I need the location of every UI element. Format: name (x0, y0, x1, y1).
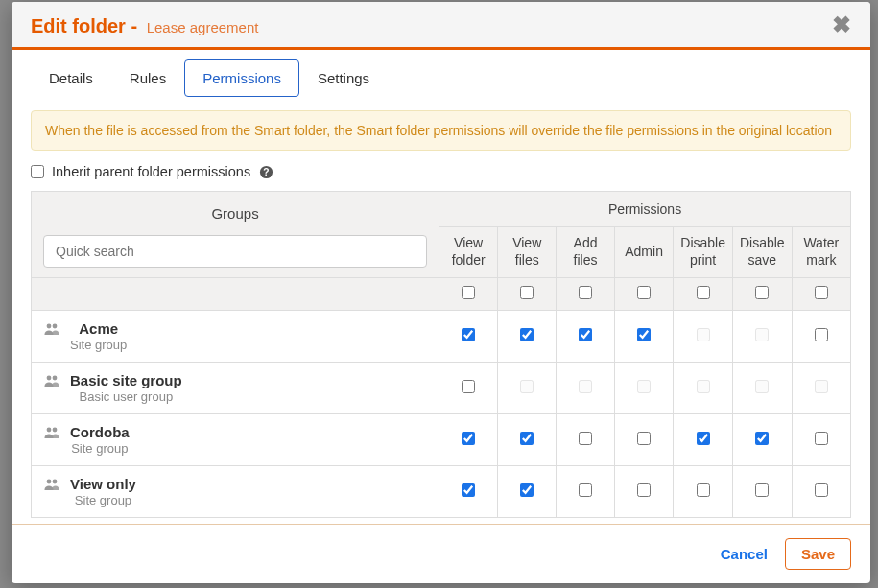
inherit-label[interactable]: Inherit parent folder permissions (52, 164, 250, 179)
tab-settings[interactable]: Settings (299, 59, 388, 97)
perm-checkbox[interactable] (579, 432, 592, 445)
modal-folder-name: Lease agreement (147, 19, 259, 35)
perm-col-header: Admin (614, 226, 673, 277)
perm-checkbox[interactable] (520, 483, 534, 497)
svg-point-2 (47, 324, 52, 329)
perm-checkbox[interactable] (697, 483, 710, 497)
perm-checkbox[interactable] (462, 432, 475, 445)
perm-cell (557, 311, 615, 363)
perm-cell (498, 466, 557, 518)
inherit-row: Inherit parent folder permissions ? (31, 164, 851, 179)
tab-permissions[interactable]: Permissions (184, 59, 299, 97)
select-all-checkbox[interactable] (520, 286, 534, 299)
group-text: CordobaSite group (70, 424, 130, 456)
perm-checkbox[interactable] (755, 432, 769, 445)
perm-checkbox (579, 380, 592, 393)
perm-checkbox[interactable] (637, 432, 651, 445)
perm-cell (557, 466, 615, 518)
perm-cell (674, 414, 733, 466)
perm-checkbox[interactable] (697, 432, 710, 445)
perm-cell (614, 311, 673, 363)
perm-checkbox[interactable] (520, 432, 534, 445)
perm-checkbox[interactable] (462, 328, 475, 341)
perm-cell (792, 311, 850, 363)
perm-cell (439, 466, 498, 518)
group-cell: View onlySite group (32, 466, 439, 518)
perm-checkbox[interactable] (579, 328, 592, 341)
group-name: Cordoba (70, 424, 130, 440)
perm-cell (732, 311, 792, 363)
select-all-checkbox[interactable] (637, 286, 651, 299)
group-cell: CordobaSite group (32, 414, 439, 466)
tab-details[interactable]: Details (31, 59, 111, 97)
close-icon[interactable]: ✖ (832, 13, 851, 36)
group-icon (43, 322, 60, 339)
perm-col-header: Watermark (792, 226, 850, 277)
modal-body: DetailsRulesPermissionsSettings When the… (12, 50, 870, 524)
perm-checkbox (697, 328, 710, 341)
svg-point-4 (47, 376, 52, 381)
group-text: View onlySite group (70, 476, 136, 507)
perm-checkbox[interactable] (755, 483, 769, 497)
perm-cell (557, 414, 615, 466)
perm-checkbox (815, 380, 828, 393)
perm-checkbox[interactable] (520, 328, 534, 341)
smart-folder-notice: When the file is accessed from the Smart… (31, 110, 851, 151)
perm-checkbox[interactable] (815, 483, 828, 497)
perm-col-header: Disableprint (674, 226, 733, 277)
select-all-checkbox[interactable] (697, 286, 710, 299)
perm-checkbox[interactable] (462, 483, 475, 497)
quick-search-input[interactable] (43, 235, 427, 268)
perm-checkbox[interactable] (815, 432, 828, 445)
perm-cell (614, 414, 673, 466)
select-all-checkbox[interactable] (815, 286, 828, 299)
perm-col-header: Viewfolder (439, 226, 498, 277)
modal-header: Edit folder - Lease agreement ✖ (12, 2, 870, 50)
group-name: View only (70, 476, 136, 492)
svg-point-3 (53, 324, 58, 329)
perm-cell (498, 363, 557, 414)
perm-cell (792, 414, 850, 466)
group-cell: AcmeSite group (32, 311, 439, 363)
perm-cell (674, 363, 733, 414)
svg-point-7 (53, 428, 58, 433)
table-row: CordobaSite group (32, 414, 851, 466)
modal-footer: Cancel Save (12, 524, 870, 583)
perm-cell (439, 311, 498, 363)
tab-rules[interactable]: Rules (111, 59, 184, 97)
perm-cell (674, 311, 733, 363)
save-button[interactable]: Save (785, 538, 851, 570)
select-all-checkbox[interactable] (755, 286, 769, 299)
inherit-checkbox[interactable] (31, 165, 44, 178)
perm-checkbox (755, 328, 769, 341)
modal-title: Edit folder - (31, 15, 143, 36)
svg-text:?: ? (263, 167, 269, 177)
svg-point-6 (47, 428, 52, 433)
modal-title-wrap: Edit folder - Lease agreement (31, 15, 258, 37)
perm-checkbox (755, 380, 769, 393)
group-icon (43, 374, 60, 390)
perm-checkbox[interactable] (579, 483, 592, 497)
table-row: View onlySite group (32, 466, 851, 518)
perm-col-select-all (674, 278, 733, 311)
perm-checkbox (520, 380, 534, 393)
perm-checkbox[interactable] (815, 328, 828, 341)
tab-bar: DetailsRulesPermissionsSettings (31, 59, 851, 97)
select-all-checkbox[interactable] (579, 286, 592, 299)
groups-header-label: Groups (41, 205, 429, 222)
perm-col-header: Addfiles (557, 226, 615, 277)
group-cell: Basic site groupBasic user group (32, 363, 439, 414)
perm-checkbox[interactable] (637, 483, 651, 497)
groups-column-header: Groups (32, 192, 439, 278)
perm-col-header: Disablesave (732, 226, 792, 277)
select-all-checkbox[interactable] (462, 286, 475, 299)
help-icon[interactable]: ? (258, 164, 273, 179)
cancel-button[interactable]: Cancel (721, 546, 768, 562)
perm-checkbox[interactable] (637, 328, 651, 341)
perm-cell (614, 466, 673, 518)
perm-cell (498, 311, 557, 363)
perm-cell (792, 363, 850, 414)
perm-checkbox[interactable] (462, 380, 475, 393)
group-icon (43, 426, 60, 442)
group-subtitle: Site group (70, 493, 136, 507)
